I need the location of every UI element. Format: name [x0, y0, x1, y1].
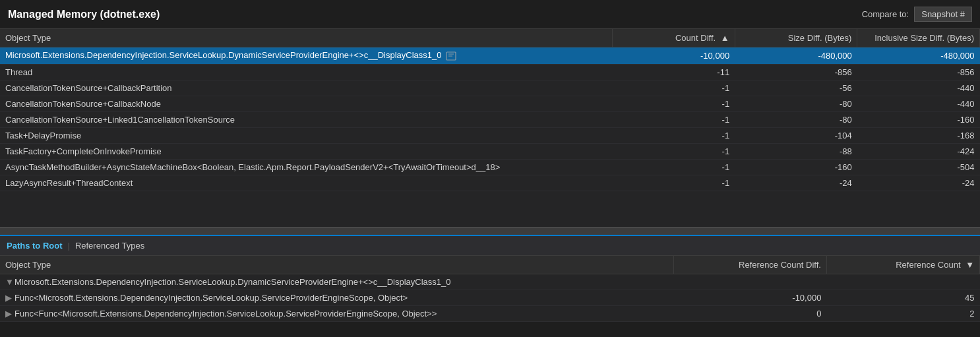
- tree-row[interactable]: ▶ Func<Microsoft.Extensions.DependencyIn…: [0, 290, 980, 306]
- table-row[interactable]: Microsoft.Extensions.DependencyInjection…: [0, 47, 980, 65]
- table-row[interactable]: CancellationTokenSource+CallbackNode-1-8…: [0, 96, 980, 111]
- tab-paths-to-root[interactable]: Paths to Root: [7, 241, 63, 251]
- tab-separator: |: [68, 241, 70, 251]
- top-table: Object Type Count Diff. ▲ Size Diff. (By…: [0, 29, 980, 191]
- bottom-col-ref-count[interactable]: Reference Count ▼: [826, 256, 979, 274]
- top-table-container: Object Type Count Diff. ▲ Size Diff. (By…: [0, 29, 980, 227]
- bottom-table-header-row: Object Type Reference Count Diff. Refere…: [0, 256, 980, 274]
- bottom-tabs: Paths to Root | Referenced Types: [0, 235, 980, 256]
- col-size-diff[interactable]: Size Diff. (Bytes): [735, 29, 857, 47]
- page-title: Managed Memory (dotnet.exe): [8, 9, 160, 20]
- sort-asc-icon: ▲: [721, 33, 729, 43]
- snapshot-button[interactable]: Snapshot #: [914, 7, 972, 22]
- compare-label: Compare to:: [862, 9, 909, 19]
- tree-expand-icon[interactable]: ▶: [5, 293, 15, 303]
- horizontal-scrollbar[interactable]: [0, 227, 980, 235]
- table-row[interactable]: CancellationTokenSource+CallbackPartitio…: [0, 80, 980, 96]
- tree-row[interactable]: ▼ Microsoft.Extensions.DependencyInjecti…: [0, 274, 980, 290]
- table-row[interactable]: Task+DelayPromise-1-104-168: [0, 127, 980, 143]
- header: Managed Memory (dotnet.exe) Compare to: …: [0, 0, 980, 29]
- tab-referenced-types[interactable]: Referenced Types: [75, 241, 144, 251]
- top-table-header-row: Object Type Count Diff. ▲ Size Diff. (By…: [0, 29, 980, 47]
- compare-section: Compare to: Snapshot #: [862, 7, 972, 22]
- bottom-table-container: Object Type Reference Count Diff. Refere…: [0, 256, 980, 322]
- tree-row[interactable]: ▶ Func<Func<Microsoft.Extensions.Depende…: [0, 306, 980, 322]
- bottom-table: Object Type Reference Count Diff. Refere…: [0, 256, 980, 322]
- table-row[interactable]: TaskFactory+CompleteOnInvokePromise-1-88…: [0, 143, 980, 159]
- col-count-diff[interactable]: Count Diff. ▲: [612, 29, 735, 47]
- tree-collapse-icon[interactable]: ▼: [5, 277, 15, 287]
- table-row[interactable]: LazyAsyncResult+ThreadContext-1-24-24: [0, 175, 980, 191]
- col-inclusive-size-diff[interactable]: Inclusive Size Diff. (Bytes): [857, 29, 980, 47]
- col-object-type[interactable]: Object Type: [0, 29, 612, 47]
- bottom-sort-desc-icon: ▼: [965, 260, 974, 270]
- table-row[interactable]: AsyncTaskMethodBuilder+AsyncStateMachine…: [0, 159, 980, 175]
- table-row[interactable]: CancellationTokenSource+Linked1Cancellat…: [0, 111, 980, 127]
- object-icon: [446, 51, 456, 61]
- tree-expand-icon[interactable]: ▶: [5, 309, 15, 319]
- bottom-col-object-type[interactable]: Object Type: [0, 256, 673, 274]
- table-row[interactable]: Thread-11-856-856: [0, 64, 980, 80]
- bottom-col-ref-count-diff[interactable]: Reference Count Diff.: [673, 256, 826, 274]
